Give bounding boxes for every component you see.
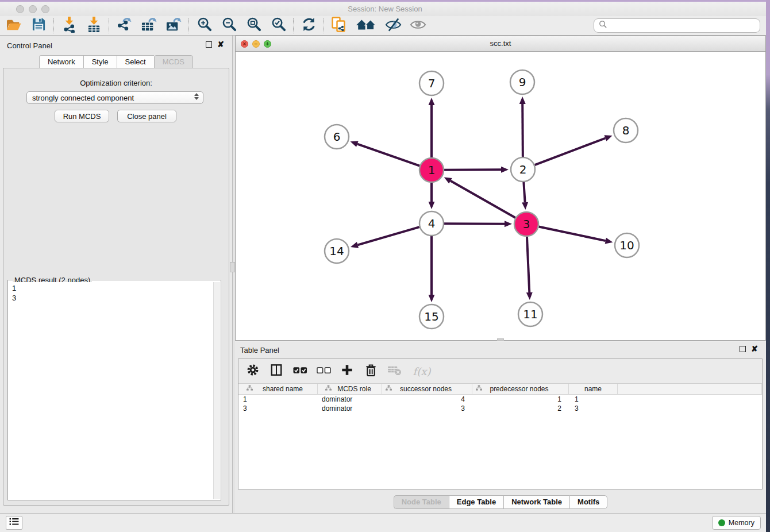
export-image-button[interactable] [164, 17, 183, 34]
import-network-button[interactable] [60, 17, 78, 34]
cell-name[interactable]: 3 [569, 404, 618, 413]
export-network-button[interactable] [115, 17, 133, 34]
save-session-button[interactable] [29, 17, 48, 34]
column-header-shared-name[interactable]: shared name [238, 384, 318, 394]
network-minimize-button[interactable]: − [252, 40, 260, 48]
table-panel-title: Table Panel [240, 346, 279, 354]
result-scrollbar[interactable] [213, 282, 220, 499]
cell-predecessor-nodes[interactable]: 1 [472, 395, 569, 404]
zoom-selected-button[interactable] [269, 17, 287, 34]
task-history-button[interactable] [6, 516, 22, 530]
graph-node-2[interactable]: 2 [511, 157, 535, 182]
graph-node-11[interactable]: 11 [518, 302, 542, 326]
table-header-row: shared name MCDS role successor nodes pr… [238, 384, 762, 395]
graph-node-3[interactable]: 3 [514, 212, 538, 236]
cell-name[interactable]: 1 [569, 395, 618, 404]
graph-node-8[interactable]: 8 [614, 118, 638, 142]
zoom-out-button[interactable] [220, 17, 238, 34]
graph-node-14[interactable]: 14 [325, 239, 349, 263]
cell-predecessor-nodes[interactable]: 2 [472, 404, 569, 413]
control-panel: Control Panel ✘ Network Style Select MCD… [0, 36, 232, 513]
network-close-button[interactable]: × [241, 40, 248, 48]
tab-select[interactable]: Select [117, 55, 154, 69]
graph-node-15[interactable]: 15 [419, 304, 444, 329]
float-panel-icon[interactable] [206, 41, 212, 48]
delete-row-button[interactable] [363, 364, 378, 379]
cell-successor-nodes[interactable]: 4 [382, 395, 472, 404]
zoom-in-button[interactable] [195, 17, 213, 34]
select-all-button[interactable] [292, 364, 307, 379]
graph-edge-arrowhead [501, 167, 509, 173]
minimize-window-button[interactable] [29, 5, 37, 13]
hide-selected-button[interactable] [384, 17, 402, 34]
mcds-result-text[interactable]: 1 3 [9, 282, 213, 499]
cell-successor-nodes[interactable]: 3 [382, 404, 472, 413]
graph-edge[interactable] [444, 223, 505, 224]
function-builder-button[interactable]: f(x) [410, 364, 433, 379]
column-header-predecessor-nodes[interactable]: predecessor nodes [472, 384, 569, 394]
close-window-button[interactable] [16, 5, 24, 13]
graph-edge[interactable] [523, 182, 525, 202]
criterion-dropdown[interactable]: strongly connected component [26, 91, 203, 104]
add-row-button[interactable] [340, 364, 355, 379]
zoom-fit-button[interactable] [244, 17, 263, 34]
close-table-panel-icon[interactable]: ✘ [751, 346, 758, 352]
import-table-button[interactable] [84, 17, 103, 34]
open-session-button[interactable] [5, 17, 23, 34]
graph-node-4[interactable]: 4 [419, 211, 444, 236]
graph-edge[interactable] [444, 169, 501, 170]
delete-table-button[interactable] [387, 364, 402, 379]
cell-mcds-role[interactable]: dominator [318, 395, 382, 404]
close-panel-icon[interactable]: ✘ [217, 41, 224, 48]
show-all-button[interactable] [409, 17, 427, 34]
new-network-from-selection-button[interactable] [330, 17, 348, 34]
column-header-name[interactable]: name [569, 384, 618, 394]
column-header-successor-nodes[interactable]: successor nodes [382, 384, 472, 394]
tab-mcds[interactable]: MCDS [154, 55, 193, 69]
table-row[interactable]: 1 dominator 4 1 1 [238, 395, 762, 404]
table-settings-button[interactable] [245, 364, 260, 379]
graph-node-6[interactable]: 6 [325, 125, 349, 149]
memory-button[interactable]: Memory [712, 516, 761, 530]
toolbar-divider [293, 18, 294, 33]
graph-node-7[interactable]: 7 [419, 71, 444, 95]
graph-edge[interactable] [357, 227, 419, 245]
graph-node-1[interactable]: 1 [419, 158, 444, 182]
refresh-button[interactable] [299, 17, 318, 34]
graph-edge[interactable] [451, 181, 515, 218]
close-panel-button[interactable]: Close panel [117, 110, 176, 122]
run-mcds-button[interactable]: Run MCDS [55, 110, 109, 122]
splitter-grip[interactable] [230, 262, 235, 272]
show-columns-button[interactable] [269, 364, 284, 379]
maximize-window-button[interactable] [41, 5, 49, 13]
cell-mcds-role[interactable]: dominator [318, 404, 382, 413]
graph-edge[interactable] [535, 138, 606, 165]
network-window-titlebar[interactable]: × − + scc.txt [235, 36, 766, 52]
search-input[interactable] [594, 18, 760, 33]
float-table-panel-icon[interactable] [740, 346, 746, 352]
tab-node-table[interactable]: Node Table [394, 495, 449, 509]
tab-network-table[interactable]: Network Table [503, 495, 569, 509]
canvas-resize-grip[interactable] [497, 338, 504, 341]
tab-style[interactable]: Style [83, 55, 117, 69]
tab-motifs[interactable]: Motifs [569, 495, 607, 509]
cell-shared-name[interactable]: 3 [238, 404, 318, 413]
tab-edge-table[interactable]: Edge Table [449, 495, 503, 509]
app-titlebar[interactable]: Session: New Session [0, 2, 770, 16]
graph-edge[interactable] [357, 144, 419, 166]
table-row[interactable]: 3 dominator 3 2 3 [238, 404, 762, 413]
network-canvas[interactable]: 1234678910111415 [235, 52, 766, 341]
cell-shared-name[interactable]: 1 [238, 395, 318, 404]
graph-edge[interactable] [522, 104, 523, 157]
graph-node-10[interactable]: 10 [615, 233, 639, 257]
column-header-mcds-role[interactable]: MCDS role [318, 384, 382, 394]
export-table-button[interactable] [140, 17, 158, 34]
graph-node-9[interactable]: 9 [510, 70, 534, 94]
deselect-all-button[interactable] [316, 364, 331, 379]
first-neighbors-button[interactable] [355, 17, 378, 34]
tab-network[interactable]: Network [39, 55, 83, 69]
network-maximize-button[interactable]: + [264, 40, 271, 48]
graph-edge[interactable] [527, 237, 529, 292]
column-type-icon [386, 385, 392, 393]
graph-edge[interactable] [539, 227, 606, 241]
